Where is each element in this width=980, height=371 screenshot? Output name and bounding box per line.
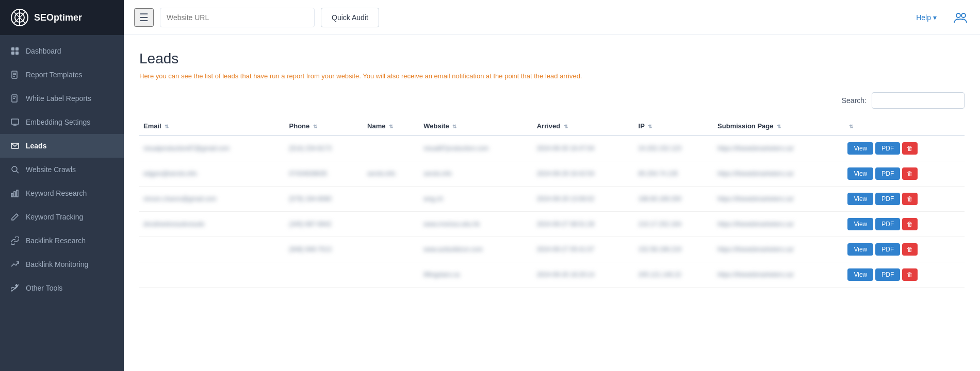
pdf-button[interactable]: PDF	[875, 268, 900, 281]
table-row: liftingstars.ca2024-09-26 18:29:14205.12…	[139, 262, 965, 288]
view-button[interactable]: View	[847, 193, 873, 205]
cell-email	[139, 262, 285, 288]
cell-phone	[285, 262, 363, 288]
table-row: vincen.charon@gmail.com(579) 194-6080wng…	[139, 187, 965, 212]
cell-website: serols.info	[419, 161, 532, 187]
users-icon[interactable]	[951, 8, 970, 27]
col-email[interactable]: Email ⇅	[139, 117, 285, 136]
cell-phone: (579) 194-6080	[285, 187, 363, 212]
cell-submission_page: https://thewebmarketers.ca/	[713, 237, 843, 262]
view-button[interactable]: View	[847, 167, 873, 180]
header: ☰ Quick Audit Help ▾	[124, 0, 980, 35]
action-buttons: View PDF 🗑	[847, 142, 960, 155]
col-phone[interactable]: Phone ⇅	[285, 117, 363, 136]
col-submission-page[interactable]: Submission Page ⇅	[713, 117, 843, 136]
file-text-icon	[10, 70, 20, 79]
sort-icon-submission: ⇅	[777, 124, 781, 129]
pdf-button[interactable]: PDF	[875, 167, 900, 180]
svg-line-19	[17, 171, 19, 173]
delete-button[interactable]: 🗑	[902, 142, 918, 155]
sidebar-item-report-templates[interactable]: Report Templates	[0, 63, 124, 87]
sidebar-item-label: Dashboard	[26, 47, 61, 55]
view-button[interactable]: View	[847, 268, 873, 281]
cell-actions: View PDF 🗑	[843, 187, 965, 212]
sidebar-item-label: Backlink Monitoring	[26, 260, 88, 268]
sidebar-item-label: Leads	[26, 142, 46, 150]
sidebar-item-dashboard[interactable]: Dashboard	[0, 39, 124, 63]
search-row: Search:	[139, 92, 965, 109]
svg-rect-5	[11, 52, 14, 55]
delete-button[interactable]: 🗑	[902, 268, 918, 281]
sidebar-item-embedding-settings[interactable]: Embedding Settings	[0, 110, 124, 134]
svg-rect-14	[11, 119, 19, 124]
url-input[interactable]	[160, 8, 315, 27]
col-ip[interactable]: IP ⇅	[634, 117, 714, 136]
sort-icon-arrived: ⇅	[564, 124, 568, 129]
sidebar-item-white-label-reports[interactable]: White Label Reports	[0, 87, 124, 110]
cell-website: visual87production.com	[419, 136, 532, 161]
cell-email: edgars@serols.info	[139, 161, 285, 187]
cell-email	[139, 237, 285, 262]
col-name[interactable]: Name ⇅	[363, 117, 419, 136]
hamburger-button[interactable]: ☰	[134, 8, 154, 27]
svg-rect-20	[11, 193, 13, 197]
sidebar-item-leads[interactable]: Leads	[0, 134, 124, 158]
bar-chart-icon	[10, 189, 20, 198]
pdf-button[interactable]: PDF	[875, 218, 900, 230]
cell-ip: 152.58.198.219	[634, 237, 714, 262]
table-row: dncdinedvosudvosudv(345) 687-6942www.mvi…	[139, 212, 965, 237]
sidebar-item-label: Keyword Research	[26, 189, 87, 197]
sidebar-item-keyword-tracking[interactable]: Keyword Tracking	[0, 205, 124, 229]
cell-submission_page: https://thewebmarketers.ca/	[713, 212, 843, 237]
cell-submission_page: https://thewebmarketers.ca/	[713, 187, 843, 212]
sidebar-item-website-crawls[interactable]: Website Crawls	[0, 158, 124, 181]
cell-arrived: 2024-09-30 16:47:04	[533, 136, 634, 161]
search-input[interactable]	[872, 92, 965, 109]
cell-actions: View PDF 🗑	[843, 212, 965, 237]
table-header: Email ⇅ Phone ⇅ Name ⇅ Website ⇅ Arrived…	[139, 117, 965, 136]
delete-button[interactable]: 🗑	[902, 218, 918, 230]
pdf-button[interactable]: PDF	[875, 142, 900, 155]
monitor-icon	[10, 117, 20, 127]
mail-icon	[10, 141, 20, 150]
svg-point-23	[956, 13, 960, 18]
cell-submission_page: https://thewebmarketers.ca/	[713, 262, 843, 288]
pdf-button[interactable]: PDF	[875, 193, 900, 205]
grid-icon	[10, 46, 20, 56]
cell-website: www.mvictus.edu.hk	[419, 212, 532, 237]
view-button[interactable]: View	[847, 142, 873, 155]
action-buttons: View PDF 🗑	[847, 268, 960, 281]
sidebar-item-backlink-research[interactable]: Backlink Research	[0, 229, 124, 252]
cell-ip: 24.202.152.123	[634, 136, 714, 161]
col-actions: ⇅	[843, 117, 965, 136]
delete-button[interactable]: 🗑	[902, 243, 918, 256]
sidebar-item-keyword-research[interactable]: Keyword Research	[0, 181, 124, 205]
cell-website: wng.ch	[419, 187, 532, 212]
sidebar-item-other-tools[interactable]: Other Tools	[0, 276, 124, 300]
view-button[interactable]: View	[847, 218, 873, 230]
help-button[interactable]: Help ▾	[916, 13, 937, 22]
sidebar-item-label: Other Tools	[26, 284, 62, 292]
sidebar-item-backlink-monitoring[interactable]: Backlink Monitoring	[0, 252, 124, 276]
delete-button[interactable]: 🗑	[902, 167, 918, 180]
edit-icon	[10, 212, 20, 222]
col-website[interactable]: Website ⇅	[419, 117, 532, 136]
pdf-button[interactable]: PDF	[875, 243, 900, 256]
sidebar: SEOptimer Dashboard Report Templates Whi…	[0, 0, 124, 371]
cell-website: liftingstars.ca	[419, 262, 532, 288]
svg-point-24	[961, 13, 966, 18]
quick-audit-button[interactable]: Quick Audit	[321, 8, 379, 27]
svg-rect-3	[11, 47, 14, 50]
cell-name	[363, 187, 419, 212]
svg-rect-21	[14, 192, 15, 197]
view-button[interactable]: View	[847, 243, 873, 256]
logo-text: SEOptimer	[34, 12, 82, 23]
col-arrived[interactable]: Arrived ⇅	[533, 117, 634, 136]
sidebar-logo: SEOptimer	[0, 0, 124, 35]
sidebar-item-label: Keyword Tracking	[26, 213, 83, 221]
cell-email: visualproduction87@gmail.com	[139, 136, 285, 161]
sort-icon-phone: ⇅	[313, 124, 317, 129]
svg-rect-6	[15, 52, 19, 55]
table-row: visualproduction87@gmail.com(514) 234-81…	[139, 136, 965, 161]
delete-button[interactable]: 🗑	[902, 193, 918, 205]
